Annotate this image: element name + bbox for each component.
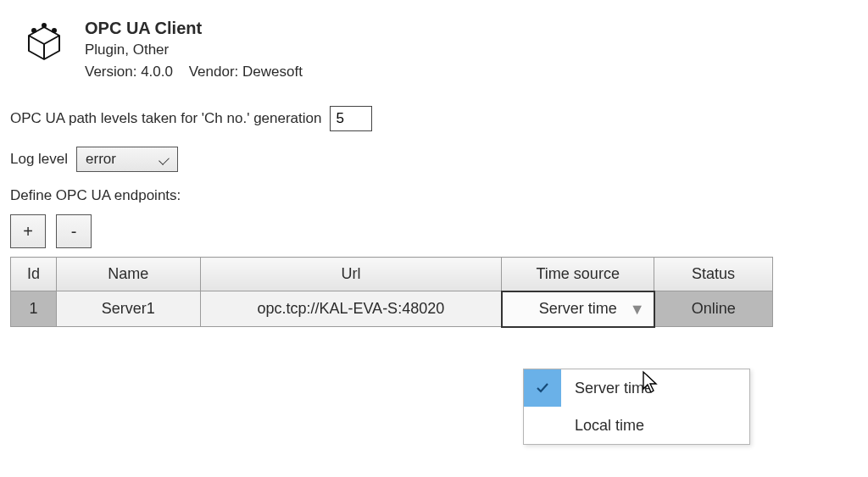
cell-url[interactable]: opc.tcp://KAL-EVA-S:48020 (200, 291, 502, 327)
cell-time-value: Server time (539, 300, 617, 317)
cell-time-source[interactable]: Server time ▼ (502, 291, 654, 327)
cell-id[interactable]: 1 (11, 291, 57, 327)
plugin-subtitle: Plugin, Other (85, 42, 303, 58)
col-header-name[interactable]: Name (56, 258, 200, 291)
svg-point-1 (42, 24, 46, 27)
plugin-cube-icon (20, 17, 68, 80)
remove-endpoint-button[interactable]: - (56, 214, 92, 248)
vendor-label: Vendor: Dewesoft (189, 64, 303, 80)
col-header-status[interactable]: Status (654, 258, 773, 291)
header: OPC UA Client Plugin, Other Version: 4.0… (10, 10, 858, 80)
dropdown-option-label: Local time (570, 417, 739, 435)
path-levels-input[interactable] (330, 106, 372, 131)
endpoints-label: Define OPC UA endpoints: (10, 187, 858, 204)
dropdown-option-label: Server time (570, 380, 739, 397)
svg-point-0 (32, 29, 36, 32)
version-label: Version: 4.0.0 (85, 64, 173, 80)
plugin-title: OPC UA Client (85, 19, 303, 38)
col-header-url[interactable]: Url (200, 258, 502, 291)
check-placeholder (524, 407, 561, 444)
time-source-dropdown[interactable]: Server time Local time (523, 369, 750, 445)
log-level-value: error (86, 151, 116, 168)
cell-name[interactable]: Server1 (56, 291, 200, 327)
dropdown-arrow-icon: ▼ (630, 300, 645, 318)
dropdown-option-local-time[interactable]: Local time (524, 407, 749, 444)
table-row[interactable]: 1 Server1 opc.tcp://KAL-EVA-S:48020 Serv… (11, 291, 773, 327)
cell-status: Online (654, 291, 773, 327)
check-icon (524, 369, 561, 407)
add-endpoint-button[interactable]: + (10, 214, 46, 248)
log-level-select[interactable]: error (76, 147, 178, 172)
log-level-label: Log level (10, 151, 68, 168)
endpoints-table: Id Name Url Time source Status 1 Server1… (10, 257, 773, 328)
dropdown-option-server-time[interactable]: Server time (524, 369, 749, 407)
col-header-id[interactable]: Id (11, 258, 57, 291)
col-header-time[interactable]: Time source (502, 258, 654, 291)
path-levels-label: OPC UA path levels taken for 'Ch no.' ge… (10, 110, 321, 127)
svg-point-2 (53, 29, 56, 32)
